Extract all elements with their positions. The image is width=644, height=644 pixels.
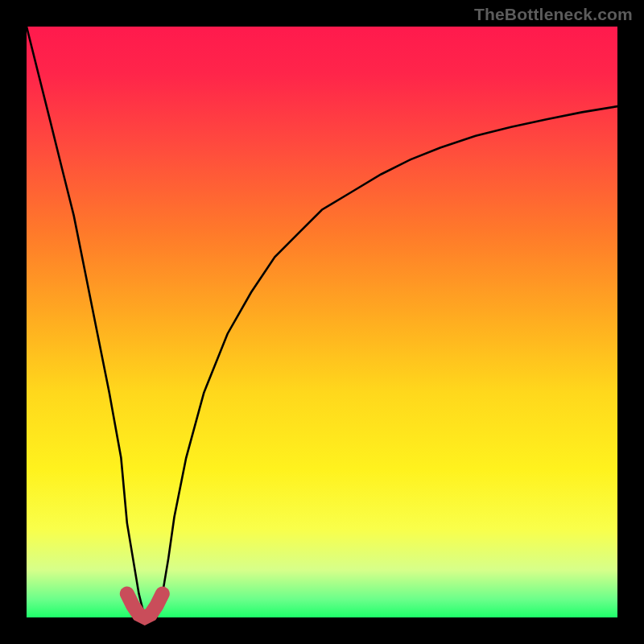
plot-area: [27, 27, 617, 617]
bottleneck-curve: [27, 27, 617, 617]
highlight-mask: [127, 594, 163, 617]
curve-layer: [27, 27, 617, 617]
chart-frame: TheBottleneck.com: [0, 0, 644, 644]
watermark-text: TheBottleneck.com: [474, 5, 633, 24]
